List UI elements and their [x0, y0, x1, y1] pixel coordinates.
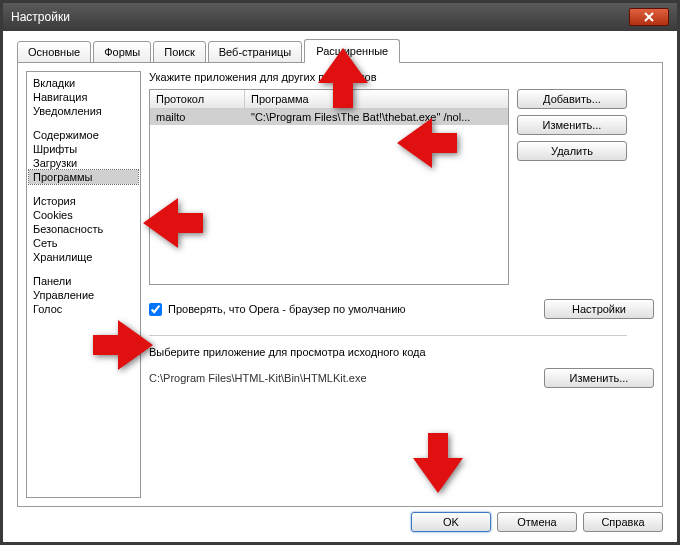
- settings-button[interactable]: Настройки: [544, 299, 654, 319]
- sidebar-item-navigation[interactable]: Навигация: [29, 90, 138, 104]
- sidebar-item-storage[interactable]: Хранилище: [29, 250, 138, 264]
- check-default-checkbox[interactable]: [149, 303, 162, 316]
- protocols-area: Протокол Программа mailto "C:\Program Fi…: [149, 89, 654, 285]
- sidebar-item-cookies[interactable]: Cookies: [29, 208, 138, 222]
- sidebar-item-panels[interactable]: Панели: [29, 274, 138, 288]
- close-button[interactable]: [629, 8, 669, 26]
- sidebar-item-content[interactable]: Содержимое: [29, 128, 138, 142]
- table-row[interactable]: mailto "C:\Program Files\The Bat!\thebat…: [150, 109, 508, 125]
- header-program[interactable]: Программа: [245, 90, 508, 108]
- sidebar-item-management[interactable]: Управление: [29, 288, 138, 302]
- edit-source-button[interactable]: Изменить...: [544, 368, 654, 388]
- ok-button[interactable]: OK: [411, 512, 491, 532]
- tab-body: Вкладки Навигация Уведомления Содержимое…: [17, 62, 663, 507]
- protocols-table[interactable]: Протокол Программа mailto "C:\Program Fi…: [149, 89, 509, 285]
- tab-webpages[interactable]: Веб-страницы: [208, 41, 303, 63]
- main-panel: Укажите приложения для других протоколов…: [149, 71, 654, 498]
- tab-forms[interactable]: Формы: [93, 41, 151, 63]
- sidebar-item-voice[interactable]: Голос: [29, 302, 138, 316]
- table-header: Протокол Программа: [150, 90, 508, 109]
- header-protocol[interactable]: Протокол: [150, 90, 245, 108]
- cancel-button[interactable]: Отмена: [497, 512, 577, 532]
- sidebar-group-3: История Cookies Безопасность Сеть Хранил…: [29, 194, 138, 264]
- add-button[interactable]: Добавить...: [517, 89, 627, 109]
- tab-basic[interactable]: Основные: [17, 41, 91, 63]
- divider: [149, 335, 627, 336]
- source-label: Выберите приложение для просмотра исходн…: [149, 346, 654, 358]
- sidebar-item-notifications[interactable]: Уведомления: [29, 104, 138, 118]
- titlebar: Настройки: [3, 3, 677, 31]
- content-area: Основные Формы Поиск Веб-страницы Расшир…: [3, 31, 677, 542]
- protocols-label: Укажите приложения для других протоколов: [149, 71, 654, 83]
- sidebar-group-4: Панели Управление Голос: [29, 274, 138, 316]
- settings-window: Настройки Основные Формы Поиск Веб-стран…: [0, 0, 680, 545]
- sidebar-item-downloads[interactable]: Загрузки: [29, 156, 138, 170]
- sidebar-item-network[interactable]: Сеть: [29, 236, 138, 250]
- help-button[interactable]: Справка: [583, 512, 663, 532]
- sidebar-group-1: Вкладки Навигация Уведомления: [29, 76, 138, 118]
- close-icon: [644, 12, 654, 22]
- sidebar-item-history[interactable]: История: [29, 194, 138, 208]
- source-viewer-row: C:\Program Files\HTML-Kit\Bin\HTMLKit.ex…: [149, 368, 654, 388]
- button-column: Добавить... Изменить... Удалить: [517, 89, 627, 285]
- check-default-label: Проверять, что Opera - браузер по умолча…: [168, 303, 406, 315]
- sidebar-item-security[interactable]: Безопасность: [29, 222, 138, 236]
- sidebar-item-fonts[interactable]: Шрифты: [29, 142, 138, 156]
- tabs-row: Основные Формы Поиск Веб-страницы Расшир…: [17, 41, 663, 63]
- source-path: C:\Program Files\HTML-Kit\Bin\HTMLKit.ex…: [149, 372, 367, 384]
- sidebar-group-2: Содержимое Шрифты Загрузки Программы: [29, 128, 138, 184]
- sidebar-item-tabs[interactable]: Вкладки: [29, 76, 138, 90]
- window-title: Настройки: [11, 10, 70, 24]
- sidebar: Вкладки Навигация Уведомления Содержимое…: [26, 71, 141, 498]
- sidebar-item-programs[interactable]: Программы: [29, 170, 138, 184]
- tab-search[interactable]: Поиск: [153, 41, 205, 63]
- check-default-browser[interactable]: Проверять, что Opera - браузер по умолча…: [149, 303, 406, 316]
- delete-button[interactable]: Удалить: [517, 141, 627, 161]
- cell-protocol: mailto: [150, 109, 245, 125]
- bottom-buttons: OK Отмена Справка: [411, 512, 663, 532]
- cell-program: "C:\Program Files\The Bat!\thebat.exe" /…: [245, 109, 508, 125]
- tab-advanced[interactable]: Расширенные: [304, 39, 400, 63]
- default-browser-row: Проверять, что Opera - браузер по умолча…: [149, 299, 654, 319]
- edit-button[interactable]: Изменить...: [517, 115, 627, 135]
